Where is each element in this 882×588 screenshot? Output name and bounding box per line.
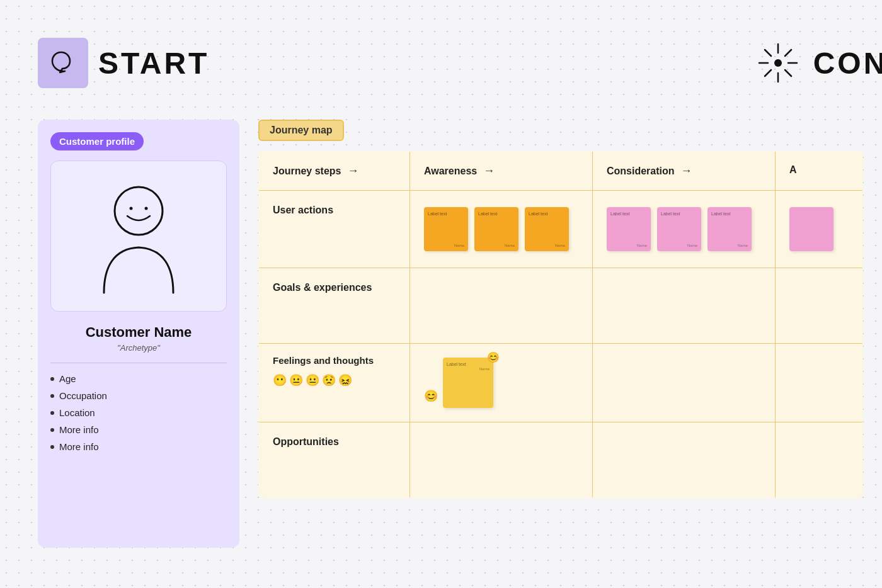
table-row-goals: Goals & experiences: [259, 268, 863, 344]
feelings-note-container: 😊 Label text Name 😊: [424, 355, 578, 410]
row-label: User actions: [273, 202, 396, 216]
emoji: 😐: [289, 373, 303, 387]
table-header-row: Journey steps → Awareness → Consideratio…: [259, 152, 863, 191]
note-footer: Name: [478, 244, 515, 247]
note-text: Label text: [661, 211, 697, 217]
col-header-awareness: Awareness →: [410, 152, 593, 191]
col-label-action: A: [789, 164, 797, 176]
feelings-emoji-left: 😊: [424, 389, 438, 403]
sticky-note[interactable]: [789, 207, 833, 251]
emoji: 😖: [338, 373, 352, 387]
arrow-icon: →: [681, 164, 692, 178]
col-header-action: A: [776, 152, 863, 191]
bullet: [50, 428, 54, 432]
profile-item-occupation: Occupation: [59, 390, 107, 401]
cell-awareness-opportunities: [410, 422, 593, 498]
col-label-awareness: Awareness: [424, 166, 477, 177]
customer-archetype: "Archetype": [50, 343, 227, 353]
header-right: CONTI: [753, 38, 882, 88]
cell-action-feelings: [776, 344, 863, 422]
emoji-row: 😶 😐 😐 😟 😖: [273, 373, 396, 387]
emoji: 😐: [306, 373, 319, 387]
cell-consideration-opportunities: [593, 422, 776, 498]
svg-line-5: [785, 70, 791, 76]
cell-consideration-feelings: [593, 344, 776, 422]
cell-awareness-feelings: 😊 Label text Name 😊: [410, 344, 593, 422]
cell-label-user-actions: User actions: [259, 191, 410, 268]
arrow-icon: →: [483, 164, 495, 178]
note-text: Label text: [711, 211, 748, 217]
bullet: [50, 394, 54, 398]
journey-map-area: Journey map Journey steps → Awareness →: [258, 120, 882, 588]
avatar-box: [50, 161, 227, 312]
table-row-opportunities: Opportunities: [259, 422, 863, 498]
row-label-opportunities: Opportunities: [273, 434, 396, 448]
sticky-note[interactable]: Label text Name: [707, 207, 752, 251]
journey-table: Journey steps → Awareness → Consideratio…: [258, 151, 863, 498]
profile-divider: [50, 363, 227, 363]
col-label-consideration: Consideration: [607, 166, 675, 177]
note-footer: Name: [529, 244, 565, 247]
customer-profile-label: Customer profile: [50, 132, 144, 150]
svg-point-11: [145, 207, 148, 210]
note-footer: Name: [610, 244, 647, 247]
feelings-sticky-note[interactable]: Label text Name 😊: [443, 358, 493, 408]
col-label-steps: Journey steps: [273, 166, 341, 177]
svg-line-4: [765, 50, 771, 56]
arrow-icon: →: [347, 164, 358, 178]
sticky-note[interactable]: Label text Name: [474, 207, 518, 251]
header-title: START: [98, 46, 209, 81]
sticky-note[interactable]: Label text Name: [657, 207, 701, 251]
profile-item-age: Age: [59, 373, 76, 384]
svg-point-8: [774, 59, 782, 67]
note-text: Label text: [478, 211, 515, 217]
list-item: More info: [50, 424, 227, 435]
list-item: More info: [50, 441, 227, 452]
note-footer: Name: [661, 244, 697, 247]
emoji: 😶: [273, 373, 287, 387]
feelings-emoji-overlay: 😊: [487, 351, 500, 363]
emoji: 😟: [322, 373, 336, 387]
profile-item-more2: More info: [59, 441, 99, 452]
note-text: Label text: [428, 211, 464, 217]
list-item: Location: [50, 407, 227, 418]
customer-name: Customer Name: [50, 324, 227, 341]
col-header-steps: Journey steps →: [259, 152, 410, 191]
row-label-feelings: Feelings and thoughts: [273, 355, 396, 366]
customer-profile-panel: Customer profile Customer Name "Archetyp…: [38, 120, 239, 548]
table-row-user-actions: User actions Label text Name Label text …: [259, 191, 863, 268]
start-icon-box: [38, 38, 88, 88]
continue-icon: [753, 38, 803, 88]
note-text: Label text: [610, 211, 647, 217]
consideration-notes: Label text Name Label text Name Label te…: [607, 202, 761, 256]
bullet: [50, 411, 54, 415]
cell-consideration-goals: [593, 268, 776, 344]
note-text: Label text: [447, 361, 490, 367]
cell-awareness-goals: [410, 268, 593, 344]
note-text: Label text: [529, 211, 565, 217]
action-notes: [789, 202, 849, 256]
row-label: Goals & experiences: [273, 280, 396, 293]
cell-action-goals: [776, 268, 863, 344]
cell-awareness-user-actions: Label text Name Label text Name Label te…: [410, 191, 593, 268]
cell-action-opportunities: [776, 422, 863, 498]
note-footer: Name: [428, 244, 464, 247]
profile-item-more1: More info: [59, 424, 99, 435]
cell-label-feelings: Feelings and thoughts 😶 😐 😐 😟 😖: [259, 344, 410, 422]
note-footer: Name: [711, 244, 748, 247]
table-row-feelings: Feelings and thoughts 😶 😐 😐 😟 😖: [259, 344, 863, 422]
list-item: Age: [50, 373, 227, 384]
sticky-note[interactable]: Label text Name: [607, 207, 651, 251]
note-footer: Name: [447, 367, 490, 371]
svg-line-7: [765, 70, 771, 76]
sticky-note[interactable]: Label text Name: [525, 207, 569, 251]
svg-line-6: [785, 50, 791, 56]
feelings-label-area: Feelings and thoughts 😶 😐 😐 😟 😖: [273, 355, 396, 387]
profile-item-location: Location: [59, 407, 95, 418]
sticky-note[interactable]: Label text Name: [424, 207, 468, 251]
journey-map-label: Journey map: [258, 120, 344, 141]
svg-point-10: [130, 207, 133, 210]
cell-consideration-user-actions: Label text Name Label text Name Label te…: [593, 191, 776, 268]
continue-title: CONTI: [813, 46, 882, 81]
cell-label-goals: Goals & experiences: [259, 268, 410, 344]
